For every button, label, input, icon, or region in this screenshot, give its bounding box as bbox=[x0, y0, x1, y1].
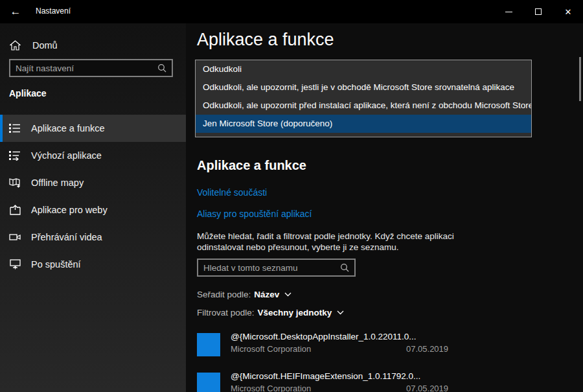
sidebar-item-label: Po spuštění bbox=[31, 259, 81, 270]
sidebar-item-label: Výchozí aplikace bbox=[31, 150, 102, 161]
install-source-dropdown: Odkudkoli Odkudkoli, ale upozornit, jest… bbox=[195, 60, 532, 137]
app-list-search-input[interactable] bbox=[198, 263, 340, 273]
sidebar-item-label: Offline mapy bbox=[31, 178, 84, 188]
filter-by-value: Všechny jednotky bbox=[258, 308, 332, 317]
close-button[interactable]: ✕ bbox=[553, 0, 583, 23]
sidebar-item-label: Přehrávání videa bbox=[31, 232, 102, 242]
minimize-icon bbox=[505, 12, 512, 12]
home-icon bbox=[9, 40, 21, 51]
sidebar: Domů Aplikace Aplikace a funkce Výchozí … bbox=[0, 23, 186, 392]
app-list-item[interactable]: @{Microsoft.HEIFImageExtension_1.0.11792… bbox=[197, 371, 573, 392]
sidebar-item-label: Aplikace pro weby bbox=[31, 205, 108, 215]
close-icon: ✕ bbox=[565, 8, 572, 16]
settings-search-input[interactable] bbox=[10, 63, 157, 73]
dropdown-option-anywhere[interactable]: Odkudkoli bbox=[196, 60, 531, 78]
app-install-date: 07.05.2019 bbox=[406, 384, 448, 392]
window-controls: ✕ bbox=[494, 0, 583, 23]
app-publisher: Microsoft Corporation bbox=[231, 384, 311, 392]
default-apps-icon bbox=[9, 150, 21, 161]
sidebar-item-apps-for-websites[interactable]: Aplikace pro weby bbox=[0, 196, 186, 224]
sidebar-item-offline-maps[interactable]: Offline mapy bbox=[0, 169, 186, 196]
app-list-item[interactable]: @{Microsoft.DesktopAppInstaller_1.0.2201… bbox=[197, 332, 573, 371]
offline-maps-icon bbox=[9, 177, 21, 189]
app-name: @{Microsoft.DesktopAppInstaller_1.0.2201… bbox=[231, 332, 417, 341]
sidebar-nav: Aplikace a funkce Výchozí aplikace Offli… bbox=[0, 115, 186, 278]
sidebar-item-startup[interactable]: Po spuštění bbox=[0, 251, 186, 278]
sidebar-item-label: Domů bbox=[32, 40, 58, 51]
dropdown-option-anywhere-warn-before-install[interactable]: Odkudkoli, ale upozornit před instalací … bbox=[196, 97, 531, 115]
back-button[interactable]: ← bbox=[5, 2, 26, 21]
app-install-date: 07.05.2019 bbox=[406, 344, 448, 354]
apps-features-icon bbox=[9, 122, 21, 134]
video-playback-icon bbox=[9, 231, 21, 243]
vertical-scrollbar[interactable] bbox=[579, 57, 581, 101]
startup-icon bbox=[9, 259, 21, 270]
filter-by-label: Filtrovat podle: bbox=[197, 308, 255, 317]
dropdown-option-store-only[interactable]: Jen Microsoft Store (doporučeno) bbox=[196, 115, 531, 133]
sidebar-item-home[interactable]: Domů bbox=[0, 33, 186, 58]
search-icon bbox=[157, 63, 166, 73]
sidebar-item-apps-features[interactable]: Aplikace a funkce bbox=[0, 115, 186, 142]
sort-by-control[interactable]: Seřadit podle: Název bbox=[197, 290, 292, 299]
sort-by-value: Název bbox=[254, 290, 279, 299]
optional-features-link[interactable]: Volitelné součásti bbox=[197, 187, 267, 198]
sidebar-item-video-playback[interactable]: Přehrávání videa bbox=[0, 224, 186, 251]
settings-search-box[interactable] bbox=[9, 59, 173, 77]
sort-by-label: Seřadit podle: bbox=[197, 290, 251, 299]
sidebar-item-label: Aplikace a funkce bbox=[31, 123, 105, 133]
app-icon bbox=[197, 333, 220, 356]
titlebar: ← Nastavení ✕ bbox=[0, 0, 583, 23]
selected-accent-bar bbox=[0, 115, 3, 142]
chevron-down-icon bbox=[284, 292, 292, 297]
window-title: Nastavení bbox=[36, 0, 71, 23]
list-description: Můžete hledat, řadit a filtrovat podle j… bbox=[197, 231, 459, 253]
section-title: Aplikace a funkce bbox=[197, 158, 306, 173]
filter-by-control[interactable]: Filtrovat podle: Všechny jednotky bbox=[197, 308, 344, 317]
dropdown-option-anywhere-warn-comparable[interactable]: Odkudkoli, ale upozornit, jestli je v ob… bbox=[196, 78, 531, 97]
maximize-button[interactable] bbox=[523, 0, 553, 23]
app-execution-aliases-link[interactable]: Aliasy pro spouštění aplikací bbox=[197, 209, 312, 219]
sidebar-item-default-apps[interactable]: Výchozí aplikace bbox=[0, 142, 186, 169]
app-publisher: Microsoft Corporation bbox=[231, 344, 311, 354]
search-icon bbox=[340, 263, 349, 272]
app-icon bbox=[197, 373, 220, 392]
main-content: Aplikace a funkce Odkudkoli Odkudkoli, a… bbox=[186, 23, 583, 392]
app-name: @{Microsoft.HEIFImageExtension_1.0.11792… bbox=[231, 371, 420, 381]
apps-for-websites-icon bbox=[9, 204, 21, 216]
app-list-search-box[interactable] bbox=[197, 259, 356, 277]
maximize-icon bbox=[535, 8, 542, 15]
minimize-button[interactable] bbox=[494, 0, 523, 23]
page-title: Aplikace a funkce bbox=[197, 30, 334, 50]
chevron-down-icon bbox=[337, 310, 344, 315]
sidebar-section-header: Aplikace bbox=[9, 88, 47, 98]
back-arrow-icon: ← bbox=[10, 5, 21, 17]
